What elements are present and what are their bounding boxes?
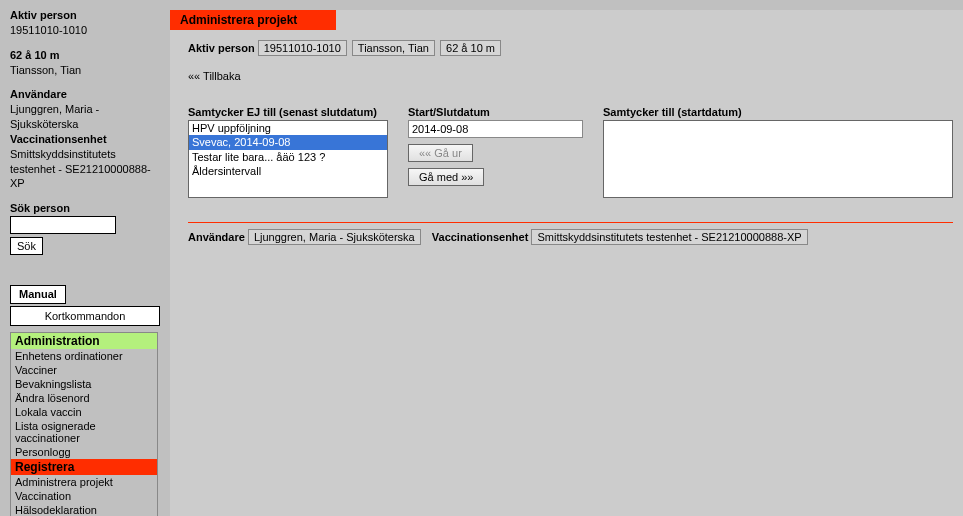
listbox-ej-opt[interactable]: Testar lite bara... åäö 123 ? (189, 150, 387, 164)
footer-vacc-label: Vaccinationsenhet (432, 231, 529, 243)
ga-med-button[interactable]: Gå med »» (408, 168, 484, 186)
sb-vaccenhet-value: Smittskyddsinstitutets testenhet - SE212… (10, 147, 160, 192)
top-aktiv-person-age: 62 å 10 m (440, 40, 501, 56)
sb-anvandare-value: Ljunggren, Maria - Sjuksköterska (10, 102, 160, 132)
footer-anv-label: Användare (188, 231, 245, 243)
nav-item-osignerade[interactable]: Lista osignerade vaccinationer (11, 419, 157, 445)
listbox-ej-opt[interactable]: HPV uppföljning (189, 121, 387, 135)
col-ej-label: Samtycker EJ till (senast slutdatum) (188, 106, 388, 118)
nav-box: Administration Enhetens ordinationer Vac… (10, 332, 158, 516)
listbox-ej-opt[interactable]: Åldersintervall (189, 164, 387, 178)
sb-aktiv-person-id: 19511010-1010 (10, 23, 160, 38)
back-link[interactable]: «« Tillbaka (188, 70, 241, 82)
nav-header-registrera: Registrera (11, 459, 157, 475)
nav-item-bevakningslista[interactable]: Bevakningslista (11, 377, 157, 391)
listbox-till[interactable] (603, 120, 953, 198)
col-till-label: Samtycker till (startdatum) (603, 106, 953, 118)
shortcuts-button[interactable]: Kortkommandon (10, 306, 160, 326)
search-input[interactable] (10, 216, 116, 234)
sb-aktiv-person-label: Aktiv person (10, 8, 160, 23)
nav-item-vaccination[interactable]: Vaccination (11, 489, 157, 503)
sb-anvandare-label: Användare (10, 87, 160, 102)
col-date-label: Start/Slutdatum (408, 106, 583, 118)
sb-aktiv-person-age: 62 å 10 m (10, 48, 160, 63)
footer-anv-value: Ljunggren, Maria - Sjuksköterska (248, 229, 421, 245)
nav-header-admin: Administration (11, 333, 157, 349)
nav-item-ordinationer[interactable]: Enhetens ordinationer (11, 349, 157, 363)
nav-item-personlogg[interactable]: Personlogg (11, 445, 157, 459)
top-aktiv-person-id: 19511010-1010 (258, 40, 347, 56)
nav-item-halsodeklaration[interactable]: Hälsodeklaration (11, 503, 157, 516)
nav-item-losenord[interactable]: Ändra lösenord (11, 391, 157, 405)
nav-item-admin-projekt[interactable]: Administrera projekt (11, 475, 157, 489)
nav-item-vacciner[interactable]: Vacciner (11, 363, 157, 377)
date-input[interactable] (408, 120, 583, 138)
top-aktiv-person-label: Aktiv person (188, 42, 255, 54)
top-aktiv-person-name: Tiansson, Tian (352, 40, 435, 56)
listbox-ej[interactable]: HPV uppföljning Svevac, 2014-09-08 Testa… (188, 120, 388, 198)
sb-aktiv-person-name: Tiansson, Tian (10, 63, 160, 78)
listbox-ej-opt[interactable]: Svevac, 2014-09-08 (189, 135, 387, 149)
sidebar: Aktiv person 19511010-1010 62 å 10 m Tia… (0, 0, 170, 516)
search-button[interactable]: Sök (10, 237, 43, 255)
page-title: Administrera projekt (170, 10, 336, 30)
sb-vaccenhet-label: Vaccinationsenhet (10, 132, 160, 147)
ga-ur-button[interactable]: «« Gå ur (408, 144, 473, 162)
manual-button[interactable]: Manual (10, 285, 66, 303)
sb-sok-label: Sök person (10, 201, 160, 216)
nav-item-lokala-vaccin[interactable]: Lokala vaccin (11, 405, 157, 419)
footer-vacc-value: Smittskyddsinstitutets testenhet - SE212… (531, 229, 807, 245)
main-panel: Administrera projekt Aktiv person 195110… (170, 10, 963, 516)
